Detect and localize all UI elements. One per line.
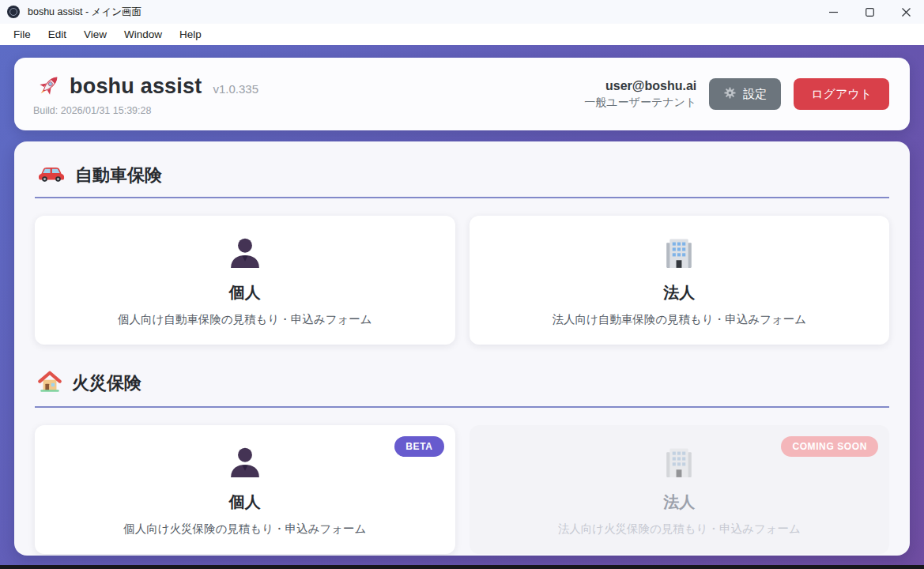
- person-icon: [47, 236, 443, 272]
- close-button[interactable]: [888, 0, 924, 24]
- gear-icon: [723, 86, 737, 102]
- settings-button[interactable]: 設定: [709, 78, 781, 110]
- car-icon: [38, 164, 65, 187]
- menu-edit[interactable]: Edit: [40, 25, 75, 43]
- brand-block: boshu assist v1.0.335 Build: 2026/01/31 …: [33, 73, 258, 116]
- logout-button[interactable]: ログアウト: [794, 78, 889, 110]
- menu-view[interactable]: View: [75, 25, 115, 43]
- menubar: File Edit View Window Help: [0, 24, 924, 45]
- minimize-button[interactable]: [815, 0, 851, 24]
- titlebar: boshu assist - メイン画面: [0, 0, 924, 24]
- section-auto-divider: [35, 197, 889, 198]
- tile-auto-personal[interactable]: 個人 個人向け自動車保険の見積もり・申込みフォーム: [35, 216, 455, 345]
- logout-label: ログアウト: [811, 87, 872, 102]
- app-name: boshu assist: [70, 74, 202, 99]
- tile-title: 法人: [482, 282, 877, 303]
- tile-desc: 法人向け火災保険の見積もり・申込みフォーム: [482, 522, 877, 537]
- tile-desc: 個人向け火災保険の見積もり・申込みフォーム: [47, 522, 443, 537]
- user-email: user@boshu.ai: [584, 79, 696, 93]
- window-controls: [815, 0, 924, 24]
- user-tenant: 一般ユーザーテナント: [584, 96, 696, 110]
- header-right: user@boshu.ai 一般ユーザーテナント: [584, 78, 889, 110]
- menu-file[interactable]: File: [5, 25, 40, 43]
- taskbar-edge: [0, 565, 924, 569]
- auto-tile-grid: 個人 個人向け自動車保険の見積もり・申込みフォーム: [35, 216, 889, 345]
- section-fire-divider: [35, 406, 889, 408]
- user-block: user@boshu.ai 一般ユーザーテナント: [584, 79, 696, 110]
- section-fire-header: 火災保険: [35, 367, 889, 397]
- maximize-icon: [866, 8, 874, 17]
- header-card: boshu assist v1.0.335 Build: 2026/01/31 …: [14, 58, 910, 130]
- section-auto-title: 自動車保険: [75, 164, 162, 187]
- tile-desc: 法人向け自動車保険の見積もり・申込みフォーム: [482, 312, 877, 327]
- house-icon: [38, 370, 62, 397]
- person-icon: [47, 445, 443, 481]
- minimize-icon: [829, 8, 838, 17]
- settings-label: 設定: [743, 87, 767, 102]
- menu-help[interactable]: Help: [171, 25, 210, 43]
- section-fire-title: 火災保険: [72, 371, 141, 395]
- app-window: boshu assist - メイン画面 File Edit View Wind…: [0, 0, 924, 569]
- content-area: boshu assist v1.0.335 Build: 2026/01/31 …: [0, 45, 924, 569]
- tile-title: 個人: [47, 282, 443, 303]
- building-icon: [482, 236, 877, 272]
- menu-window[interactable]: Window: [115, 25, 171, 43]
- close-icon: [902, 8, 911, 17]
- tile-fire-corporate: COMING SOON: [470, 425, 890, 554]
- main-card: 自動車保険 個人 個人向け自動車保険の見積もり・申込みフォーム: [14, 141, 910, 556]
- beta-badge: BETA: [394, 436, 443, 457]
- building-icon: [482, 445, 877, 481]
- maximize-button[interactable]: [851, 0, 888, 24]
- tile-desc: 個人向け自動車保険の見積もり・申込みフォーム: [47, 312, 443, 327]
- fire-tile-grid: BETA 個人 個人向け火災保険の見積もり・申込みフォーム COMING SOO…: [35, 425, 889, 554]
- tile-title: 個人: [47, 492, 443, 513]
- window-title: boshu assist - メイン画面: [28, 6, 141, 19]
- rocket-icon: [36, 73, 62, 101]
- tile-auto-corporate[interactable]: 法人 法人向け自動車保険の見積もり・申込みフォーム: [470, 216, 890, 345]
- tile-fire-personal[interactable]: BETA 個人 個人向け火災保険の見積もり・申込みフォーム: [35, 425, 455, 554]
- app-version: v1.0.335: [213, 82, 258, 96]
- app-icon: [7, 6, 20, 18]
- build-info: Build: 2026/01/31 15:39:28: [33, 105, 258, 116]
- tile-title: 法人: [482, 492, 877, 513]
- section-auto-header: 自動車保険: [35, 160, 889, 187]
